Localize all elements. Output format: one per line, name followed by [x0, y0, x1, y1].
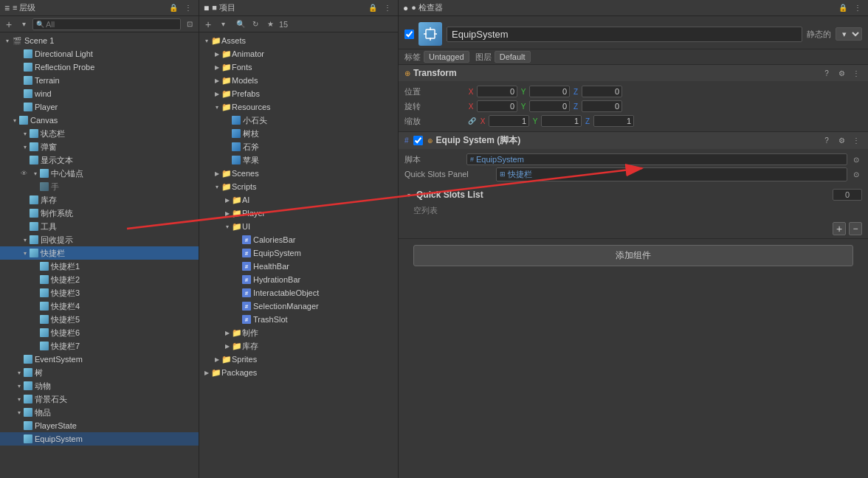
object-name-input[interactable]	[447, 27, 802, 42]
add-component-btn[interactable]: 添加组件	[413, 245, 853, 266]
folder-craft[interactable]: ▶ 📁 制作	[199, 326, 398, 339]
list-item[interactable]: PlayerState	[0, 419, 199, 432]
equip-settings-btn[interactable]: ⚙	[836, 135, 847, 147]
list-add-btn[interactable]: +	[833, 222, 846, 235]
transform-more-btn[interactable]: ⋮	[850, 67, 862, 79]
static-dropdown[interactable]: ▾	[836, 27, 862, 41]
folder-fonts[interactable]: ▶ 📁 Fonts	[199, 60, 398, 74]
list-remove-btn[interactable]: −	[849, 222, 862, 235]
list-item[interactable]: 快捷栏4	[0, 299, 199, 313]
script-ref-field[interactable]: # EquipSystem	[466, 153, 847, 165]
script-ref-target-btn[interactable]: ⊙	[850, 153, 862, 165]
list-item[interactable]: Directional Light	[0, 47, 199, 60]
script-hydration-bar[interactable]: # HydrationBar	[199, 273, 398, 286]
pos-y-input[interactable]	[529, 86, 570, 97]
list-item[interactable]: ▾ 树	[0, 366, 199, 379]
script-health-bar[interactable]: # HealthBar	[199, 260, 398, 273]
object-active-checkbox[interactable]	[404, 30, 414, 39]
pos-z-input[interactable]	[582, 86, 622, 97]
sca-x-input[interactable]	[489, 115, 529, 127]
inspector-lock-btn[interactable]: 🔒	[837, 2, 849, 14]
list-item-equipsystem[interactable]: EquipSystem	[0, 432, 199, 446]
folder-sprites[interactable]: ▶ 📁 Sprites	[199, 353, 398, 366]
hierarchy-lock-btn[interactable]: 🔒	[168, 2, 179, 14]
list-item[interactable]: ▾ 背景石头	[0, 392, 199, 406]
transform-settings-btn[interactable]: ⚙	[836, 67, 847, 79]
project-add-btn[interactable]: +	[202, 18, 214, 30]
folder-models[interactable]: ▶ 📁 Models	[199, 74, 398, 87]
equip-system-active-checkbox[interactable]	[413, 136, 423, 145]
slots-expand-arrow[interactable]: ▾	[404, 190, 413, 199]
list-item-quickbar[interactable]: ▾ 快捷栏	[0, 246, 199, 260]
rot-x-input[interactable]	[477, 100, 517, 112]
tag-value[interactable]: Untagged	[424, 51, 469, 63]
list-item[interactable]: ▾ 回收提示	[0, 233, 199, 246]
list-item[interactable]: Player	[0, 100, 199, 114]
list-item[interactable]: ▾ Canvas	[0, 114, 199, 127]
hierarchy-add-btn[interactable]: +	[3, 18, 15, 30]
list-item[interactable]: ▾ 动物	[0, 379, 199, 392]
project-star-btn[interactable]: ★	[264, 18, 276, 30]
script-trash-slot[interactable]: # TrashSlot	[199, 313, 398, 326]
hierarchy-more-btn[interactable]: ⋮	[182, 2, 194, 14]
hierarchy-options-btn[interactable]: ▾	[18, 18, 30, 30]
list-item[interactable]: ▾ 状态栏	[0, 127, 199, 140]
list-item[interactable]: 快捷栏2	[0, 273, 199, 286]
sca-y-input[interactable]	[541, 115, 582, 127]
equip-more-btn[interactable]: ⋮	[850, 135, 862, 147]
script-selection-manager[interactable]: # SelectionManager	[199, 299, 398, 313]
folder-resources[interactable]: ▾ 📁 Resources	[199, 100, 398, 114]
folder-scripts[interactable]: ▾ 📁 Scripts	[199, 180, 398, 193]
list-item[interactable]: 快捷栏6	[0, 326, 199, 339]
folder-assets[interactable]: ▾ 📁 Assets	[199, 34, 398, 47]
script-interactable-object[interactable]: # InteractableObject	[199, 286, 398, 299]
quick-slots-panel-target-btn[interactable]: ⊙	[850, 168, 862, 180]
folder-packages[interactable]: ▶ 📁 Packages	[199, 366, 398, 379]
list-item[interactable]: 工具	[0, 220, 199, 233]
prefab-axe[interactable]: 石斧	[199, 140, 398, 153]
project-refresh-btn[interactable]: ↻	[249, 18, 261, 30]
quick-slots-panel-field[interactable]: ⊞ 快捷栏	[496, 167, 847, 181]
rot-y-input[interactable]	[529, 100, 570, 112]
slots-count-input[interactable]	[833, 189, 862, 201]
script-calories-bar[interactable]: # CaloriesBar	[199, 233, 398, 246]
list-item[interactable]: 快捷栏3	[0, 286, 199, 299]
script-equip-system[interactable]: # EquipSystem	[199, 246, 398, 260]
prefab-small-stone[interactable]: 小石头	[199, 114, 398, 127]
project-options-btn[interactable]: ▾	[217, 18, 229, 30]
list-item[interactable]: 显示文本	[0, 153, 199, 167]
folder-player-scripts[interactable]: ▶ 📁 Player	[199, 207, 398, 220]
list-item[interactable]: 快捷栏7	[0, 339, 199, 353]
project-more-btn[interactable]: ⋮	[382, 2, 393, 14]
project-lock-btn[interactable]: 🔒	[367, 2, 379, 14]
equip-system-header[interactable]: # ⊕ Equip System (脚本) ? ⚙ ⋮	[399, 132, 868, 149]
list-item[interactable]: ▾ 物品	[0, 406, 199, 419]
transform-header[interactable]: ⊕ Transform ? ⚙ ⋮	[399, 65, 868, 81]
prefab-apple[interactable]: 苹果	[199, 153, 398, 167]
list-item[interactable]: ▾ 弹窗	[0, 140, 199, 153]
folder-ai[interactable]: ▶ 📁 AI	[199, 193, 398, 207]
folder-inventory[interactable]: ▶ 📁 库存	[199, 339, 398, 353]
list-item[interactable]: 手	[0, 180, 199, 193]
folder-scenes[interactable]: ▶ 📁 Scenes	[199, 167, 398, 180]
inspector-more-btn[interactable]: ⋮	[852, 2, 864, 14]
project-search-btn[interactable]: 🔍	[235, 18, 247, 30]
list-item[interactable]: Terrain	[0, 74, 199, 87]
layer-value[interactable]: Default	[495, 51, 531, 63]
rot-z-input[interactable]	[582, 100, 622, 112]
list-item[interactable]: wind	[0, 87, 199, 100]
list-item[interactable]: 快捷栏5	[0, 313, 199, 326]
list-item[interactable]: 制作系统	[0, 207, 199, 220]
prefab-branch[interactable]: 树枝	[199, 127, 398, 140]
folder-prefabs[interactable]: ▶ 📁 Prefabs	[199, 87, 398, 100]
list-item[interactable]: 快捷栏1	[0, 260, 199, 273]
list-item[interactable]: 库存	[0, 193, 199, 207]
list-item[interactable]: EventSystem	[0, 353, 199, 366]
equip-help-btn[interactable]: ?	[821, 135, 833, 147]
folder-ui[interactable]: ▾ 📁 UI	[199, 220, 398, 233]
scene-root[interactable]: ▾ 🎬 Scene 1	[0, 34, 199, 47]
folder-animator[interactable]: ▶ 📁 Animator	[199, 47, 398, 60]
pos-x-input[interactable]	[477, 86, 517, 97]
sca-z-input[interactable]	[593, 115, 634, 127]
hierarchy-expand-btn[interactable]: ⊡	[184, 18, 196, 30]
